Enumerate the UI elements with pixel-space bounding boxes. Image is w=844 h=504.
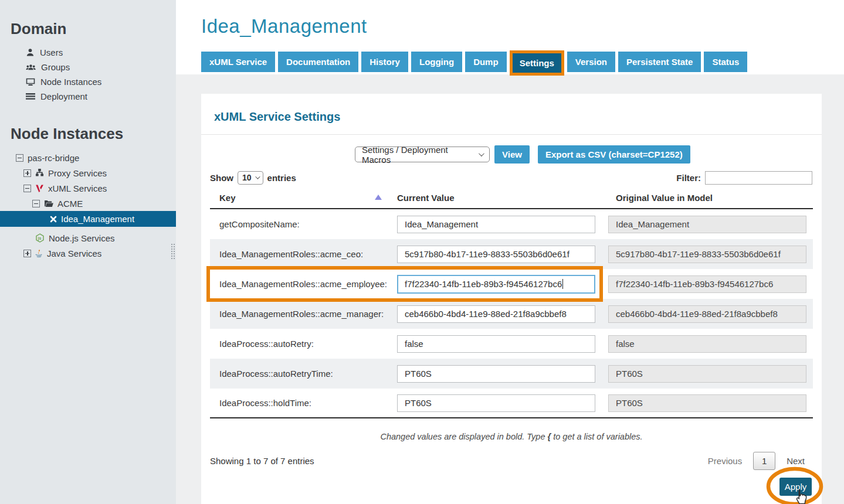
previous-page-button[interactable]: Previous bbox=[708, 456, 742, 466]
tab-bar: xUML Service Documentation History Loggi… bbox=[201, 52, 844, 72]
tab-xuml-service[interactable]: xUML Service bbox=[201, 52, 275, 72]
page-title: Idea_Management bbox=[201, 15, 844, 38]
text-caret bbox=[562, 279, 563, 289]
tree-node-xuml-services[interactable]: xUML Services bbox=[0, 181, 176, 196]
tab-dump[interactable]: Dump bbox=[465, 52, 507, 72]
sidebar-item-deployment[interactable]: Deployment bbox=[0, 89, 176, 104]
tree-node-acme-folder[interactable]: ACME bbox=[0, 196, 176, 211]
tab-history[interactable]: History bbox=[361, 52, 408, 72]
table-row: IdeaProcess::autoRetryTime: bbox=[210, 359, 813, 389]
chevron-down-icon bbox=[255, 174, 260, 179]
xuml-services-icon bbox=[35, 184, 44, 193]
original-value-input bbox=[608, 275, 806, 293]
node-tree: pas-rc-bridge Proxy Services xUML Servic… bbox=[0, 150, 176, 261]
table-footnote: Changed values are displayed in bold. Ty… bbox=[210, 432, 813, 441]
show-entries-select[interactable]: 10 bbox=[238, 171, 263, 185]
tree-node-label: ACME bbox=[57, 199, 83, 209]
current-value-input[interactable] bbox=[397, 394, 595, 412]
setting-key: IdeaProcess::autoRetryTime: bbox=[210, 369, 397, 379]
tree-node-label: xUML Services bbox=[48, 183, 107, 193]
sidebar-scrollbar-handle[interactable] bbox=[171, 243, 175, 260]
setting-key: IdeaProcess::autoRetry: bbox=[210, 339, 397, 349]
x-icon bbox=[50, 216, 57, 223]
original-value-input bbox=[608, 394, 806, 412]
tab-settings-active[interactable]: Settings bbox=[510, 50, 564, 76]
original-value-input bbox=[608, 216, 806, 233]
nodejs-icon: js bbox=[35, 233, 45, 243]
current-value-input[interactable] bbox=[397, 305, 595, 323]
table-toolbar: Show 10 entries Filter: bbox=[201, 171, 822, 185]
dropdown-selected-value: Settings / Deployment Macros bbox=[362, 145, 479, 165]
table-row: Idea_ManagementRoles::acme_manager: bbox=[210, 299, 813, 329]
table-header: Key Current Value Original Value in Mode… bbox=[210, 193, 813, 209]
current-value-input-focused[interactable]: f7f22340-14fb-11eb-89b3-f94546127bc6 bbox=[397, 275, 595, 294]
column-header-current-value[interactable]: Current Value bbox=[397, 193, 608, 203]
tab-logging[interactable]: Logging bbox=[411, 52, 462, 72]
input-text: f7f22340-14fb-11eb-89b3-f94546127bc6 bbox=[405, 279, 562, 289]
expand-icon[interactable] bbox=[23, 169, 31, 177]
sidebar: Domain Users Groups Node Instances Deplo… bbox=[0, 0, 176, 504]
tab-persistent-state[interactable]: Persistent State bbox=[618, 52, 701, 72]
show-entries-value: 10 bbox=[242, 173, 252, 182]
tree-node-nodejs-services[interactable]: js Node.js Services bbox=[0, 230, 176, 246]
node-instances-section-title: Node Instances bbox=[0, 125, 176, 143]
sidebar-item-label: Node Instances bbox=[40, 77, 101, 87]
current-value-input[interactable] bbox=[397, 246, 595, 263]
tree-node-label: Proxy Services bbox=[48, 168, 107, 178]
settings-view-dropdown[interactable]: Settings / Deployment Macros bbox=[355, 147, 490, 162]
export-csv-button[interactable]: Export as CSV (charset=CP1252) bbox=[538, 145, 690, 164]
collapse-icon[interactable] bbox=[32, 200, 40, 207]
tab-version[interactable]: Version bbox=[567, 52, 615, 72]
sidebar-item-users[interactable]: Users bbox=[0, 45, 176, 60]
svg-text:js: js bbox=[38, 236, 42, 241]
view-button[interactable]: View bbox=[494, 145, 530, 164]
tree-node-label: pas-rc-bridge bbox=[28, 153, 79, 163]
tab-documentation[interactable]: Documentation bbox=[278, 52, 358, 72]
original-value-input bbox=[608, 365, 806, 383]
tree-node-proxy-services[interactable]: Proxy Services bbox=[0, 165, 176, 181]
original-value-input bbox=[608, 335, 806, 353]
setting-key: Idea_ManagementRoles::acme_manager: bbox=[210, 309, 397, 319]
sidebar-item-label: Deployment bbox=[40, 91, 87, 101]
table-row: Idea_ManagementRoles::acme_ceo: bbox=[210, 239, 813, 269]
tab-status[interactable]: Status bbox=[704, 52, 747, 72]
sidebar-item-label: Groups bbox=[41, 62, 70, 72]
table-row-highlighted: Idea_ManagementRoles::acme_employee: f7f… bbox=[210, 269, 813, 299]
tree-node-idea-management-selected[interactable]: Idea_Management bbox=[0, 211, 176, 227]
setting-key: IdeaProcess::holdTime: bbox=[210, 398, 397, 408]
entries-label: entries bbox=[267, 173, 296, 183]
settings-controls: Settings / Deployment Macros View Export… bbox=[355, 145, 822, 164]
settings-panel: xUML Service Settings Settings / Deploym… bbox=[201, 94, 822, 504]
expand-icon[interactable] bbox=[23, 250, 31, 257]
column-header-original-value[interactable]: Original Value in Model bbox=[608, 193, 813, 203]
page-number-button[interactable]: 1 bbox=[753, 452, 775, 470]
java-icon bbox=[35, 249, 43, 258]
current-value-input[interactable] bbox=[397, 335, 595, 353]
sidebar-item-label: Users bbox=[40, 47, 63, 57]
filter-input[interactable] bbox=[705, 171, 812, 185]
panel-divider bbox=[201, 134, 822, 135]
current-value-input[interactable] bbox=[397, 365, 595, 383]
settings-table: Key Current Value Original Value in Mode… bbox=[210, 193, 813, 418]
current-value-input[interactable] bbox=[397, 216, 595, 233]
sort-ascending-icon bbox=[375, 195, 382, 200]
tree-node-label: Idea_Management bbox=[61, 214, 134, 224]
next-page-button[interactable]: Next bbox=[787, 456, 805, 466]
tree-node-java-services[interactable]: Java Services bbox=[0, 246, 176, 261]
apply-button[interactable]: Apply bbox=[779, 478, 812, 496]
sitemap-icon bbox=[35, 169, 44, 177]
collapse-icon[interactable] bbox=[16, 154, 23, 162]
collapse-icon[interactable] bbox=[23, 185, 31, 192]
column-header-key[interactable]: Key bbox=[210, 193, 397, 203]
tree-node-bridge[interactable]: pas-rc-bridge bbox=[0, 150, 176, 165]
app-window: Domain Users Groups Node Instances Deplo… bbox=[0, 0, 844, 504]
table-row: getCompositeName: bbox=[210, 209, 813, 239]
monitor-icon bbox=[26, 78, 35, 86]
sidebar-item-node-instances[interactable]: Node Instances bbox=[0, 74, 176, 89]
setting-key: Idea_ManagementRoles::acme_employee: bbox=[210, 279, 397, 289]
setting-key: getCompositeName: bbox=[210, 219, 397, 229]
tree-node-label: Node.js Services bbox=[49, 233, 115, 243]
page-header: Idea_Management xUML Service Documentati… bbox=[176, 15, 844, 72]
sidebar-item-groups[interactable]: Groups bbox=[0, 60, 176, 74]
table-footer: Showing 1 to 7 of 7 entries Previous 1 N… bbox=[210, 452, 805, 470]
